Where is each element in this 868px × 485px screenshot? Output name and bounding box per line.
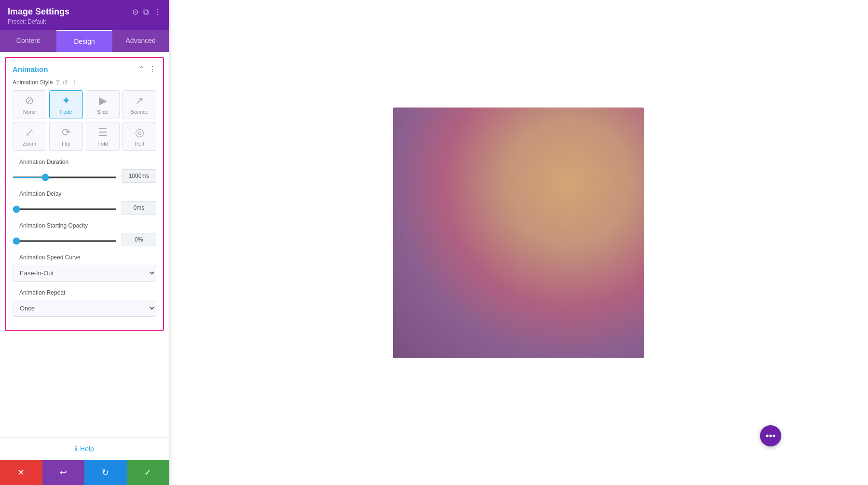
delay-value[interactable]: 0ms [122, 201, 156, 215]
delay-row: 0ms [13, 201, 156, 215]
help-section: ℹ Help [0, 437, 169, 460]
flip-icon: ⟳ [62, 126, 70, 139]
columns-icon[interactable]: ⧉ [143, 8, 149, 16]
none-label: None [23, 109, 36, 115]
section-header-icons: ⌃ ⋮ [138, 65, 156, 74]
redo-icon: ↻ [102, 467, 109, 478]
settings-panel: Image Settings ⊙ ⧉ ⋮ Preset: Default Con… [0, 0, 169, 485]
tab-bar: Content Design Advanced [0, 30, 169, 52]
repeat-select[interactable]: Once Loop Loop-Reverse [13, 300, 156, 317]
help-icon[interactable]: ? [55, 79, 59, 86]
animation-style-grid: ⊘ None ✦ Fade ▶ Slide ↗ Bounce ⤢ Zoom [6, 90, 163, 151]
cancel-icon: ✕ [17, 467, 25, 478]
speed-curve-group: Animation Speed Curve Ease-In-Out Linear… [6, 254, 163, 282]
save-button[interactable]: ✓ [127, 460, 169, 485]
duration-value[interactable]: 1000ms [122, 169, 156, 183]
reset-icon: ↩ [60, 467, 67, 478]
header-icons: ⊙ ⧉ ⋮ [132, 7, 161, 16]
tab-advanced[interactable]: Advanced [112, 30, 169, 52]
roll-icon: ◎ [135, 126, 144, 139]
opacity-group: Animation Starting Opacity 0% [6, 222, 163, 246]
roll-label: Roll [135, 141, 144, 147]
slide-icon: ▶ [99, 94, 107, 107]
opacity-row: 0% [13, 233, 156, 246]
flip-label: Flip [62, 141, 70, 147]
preview-image [393, 108, 644, 358]
duration-slider-wrap [13, 172, 117, 180]
more-options-icon[interactable]: ⋮ [153, 7, 161, 16]
tab-content[interactable]: Content [0, 30, 56, 52]
section-title: Animation [13, 65, 48, 73]
anim-flip[interactable]: ⟳ Flip [49, 122, 83, 151]
opacity-value[interactable]: 0% [122, 233, 156, 246]
anim-slide[interactable]: ▶ Slide [86, 90, 120, 119]
anim-fade[interactable]: ✦ Fade [49, 90, 83, 119]
tab-design[interactable]: Design [56, 30, 113, 52]
fab-more-button[interactable]: ••• [760, 425, 781, 446]
fade-icon: ✦ [62, 94, 70, 107]
zoom-label: Zoom [23, 141, 36, 147]
section-header: Animation ⌃ ⋮ [6, 58, 163, 79]
help-circle-icon: ℹ [75, 445, 77, 453]
repeat-group: Animation Repeat Once Loop Loop-Reverse [6, 289, 163, 317]
fade-label: Fade [60, 109, 72, 115]
preset-label[interactable]: Preset: Default [8, 18, 161, 25]
anim-bounce[interactable]: ↗ Bounce [122, 90, 156, 119]
cancel-button[interactable]: ✕ [0, 460, 42, 485]
fold-label: Fold [97, 141, 108, 147]
anim-none[interactable]: ⊘ None [13, 90, 46, 119]
anim-roll[interactable]: ◎ Roll [122, 122, 156, 151]
reset-history-button[interactable]: ↩ [42, 460, 85, 485]
main-content: ••• [169, 0, 868, 485]
panel-content: Animation ⌃ ⋮ Animation Style ? ↺ ⋮ ⊘ No… [0, 52, 169, 437]
zoom-icon: ⤢ [25, 126, 34, 139]
speed-curve-label: Animation Speed Curve [13, 254, 156, 261]
help-button[interactable]: ℹ Help [75, 445, 94, 453]
animation-section: Animation ⌃ ⋮ Animation Style ? ↺ ⋮ ⊘ No… [5, 57, 164, 331]
bounce-label: Bounce [130, 109, 148, 115]
collapse-icon[interactable]: ⌃ [138, 65, 145, 74]
anim-zoom[interactable]: ⤢ Zoom [13, 122, 46, 151]
section-more-icon[interactable]: ⋮ [149, 65, 156, 74]
delay-label: Animation Delay [13, 190, 156, 197]
delay-slider[interactable] [13, 208, 117, 210]
redo-button[interactable]: ↻ [84, 460, 127, 485]
delay-group: Animation Delay 0ms [6, 190, 163, 215]
animation-style-label: Animation Style ? ↺ ⋮ [6, 79, 163, 86]
duration-slider[interactable] [13, 176, 117, 178]
panel-header: Image Settings ⊙ ⧉ ⋮ Preset: Default [0, 0, 169, 30]
duration-group: Animation Duration 1000ms [6, 159, 163, 183]
bottom-bar: ✕ ↩ ↻ ✓ [0, 460, 169, 485]
reset-icon[interactable]: ↺ [62, 79, 68, 86]
fab-dots-icon: ••• [765, 431, 775, 442]
none-icon: ⊘ [25, 94, 34, 107]
opacity-slider[interactable] [13, 240, 117, 242]
opacity-label: Animation Starting Opacity [13, 222, 156, 229]
fold-icon: ☰ [98, 126, 108, 139]
save-icon: ✓ [144, 467, 151, 478]
speed-curve-select[interactable]: Ease-In-Out Linear Ease-In Ease-Out Boun… [13, 265, 156, 282]
duration-label: Animation Duration [13, 159, 156, 165]
duration-row: 1000ms [13, 169, 156, 183]
anim-fold[interactable]: ☰ Fold [86, 122, 120, 151]
more-icon[interactable]: ⋮ [71, 79, 78, 86]
slide-label: Slide [97, 109, 108, 115]
delay-slider-wrap [13, 203, 117, 212]
repeat-label: Animation Repeat [13, 289, 156, 296]
settings-icon[interactable]: ⊙ [132, 7, 138, 16]
bounce-icon: ↗ [135, 94, 144, 107]
panel-title: Image Settings [8, 7, 69, 17]
opacity-slider-wrap [13, 235, 117, 244]
